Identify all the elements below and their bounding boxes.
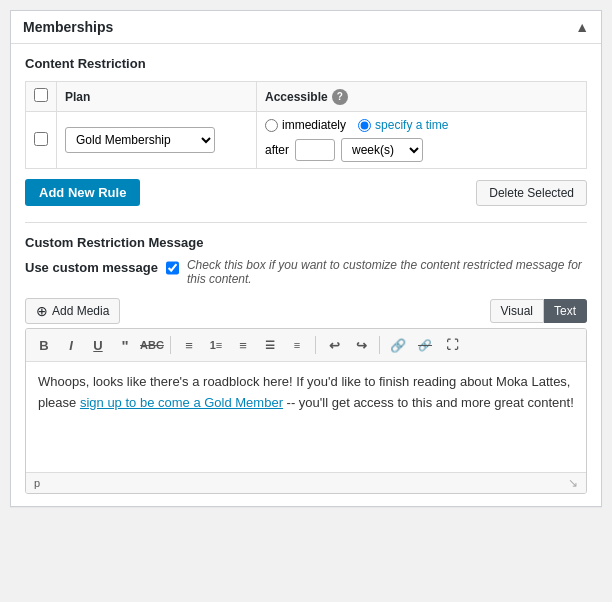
accessible-cell: immediately specify a time after 1 we [257, 112, 587, 169]
delete-selected-button[interactable]: Delete Selected [476, 180, 587, 206]
fullscreen-button[interactable]: ⛶ [440, 333, 464, 357]
align-center-button[interactable]: ☰ [258, 333, 282, 357]
custom-msg-row: Use custom message Check this box if you… [25, 258, 587, 286]
separator-3 [379, 336, 380, 354]
add-new-rule-button[interactable]: Add New Rule [25, 179, 140, 206]
editor-toolbar-top: ⊕ Add Media Visual Text [25, 298, 587, 324]
unlink-button[interactable]: 🔗 [413, 333, 437, 357]
bold-button[interactable]: B [32, 333, 56, 357]
link-button[interactable]: 🔗 [386, 333, 410, 357]
editor-wrapper: B I U " ABC ≡ 1≡ ≡ ☰ ≡ ↩ ↪ 🔗 🔗 ⛶ Who [25, 328, 587, 494]
editor-text-after: -- you'll get access to this and more gr… [283, 395, 574, 410]
panel-title: Memberships [23, 19, 113, 35]
italic-button[interactable]: I [59, 333, 83, 357]
panel-header: Memberships ▲ [11, 11, 601, 44]
memberships-panel: Memberships ▲ Content Restriction Plan A… [10, 10, 602, 507]
add-media-icon: ⊕ [36, 303, 48, 319]
section-divider [25, 222, 587, 223]
resize-handle[interactable]: ↘ [568, 476, 578, 490]
align-left-button[interactable]: ≡ [231, 333, 255, 357]
redo-button[interactable]: ↪ [349, 333, 373, 357]
header-plan: Plan [57, 82, 257, 112]
radio-specify[interactable] [358, 119, 371, 132]
align-right-button[interactable]: ≡ [285, 333, 309, 357]
plan-cell: Gold Membership [57, 112, 257, 169]
rules-table: Plan Accessible ? [25, 81, 587, 169]
separator-1 [170, 336, 171, 354]
action-btn-row: Add New Rule Delete Selected [25, 179, 587, 206]
collapse-icon[interactable]: ▲ [575, 19, 589, 35]
use-custom-message-checkbox[interactable] [166, 261, 179, 275]
after-value-input[interactable]: 1 [295, 139, 335, 161]
view-tabs: Visual Text [490, 299, 587, 323]
row-checkbox-cell [26, 112, 57, 169]
editor-tag: p [34, 477, 40, 489]
undo-button[interactable]: ↩ [322, 333, 346, 357]
header-accessible: Accessible ? [257, 82, 587, 112]
week-select[interactable]: week(s) day(s) month(s) [341, 138, 423, 162]
custom-restriction-title: Custom Restriction Message [25, 235, 587, 250]
radio-immediately-label[interactable]: immediately [265, 118, 346, 132]
radio-specify-label[interactable]: specify a time [358, 118, 448, 132]
panel-body: Content Restriction Plan Accessible ? [11, 44, 601, 506]
custom-msg-hint: Check this box if you want to customize … [187, 258, 587, 286]
editor-footer: p ↘ [26, 472, 586, 493]
tab-text[interactable]: Text [544, 299, 587, 323]
tab-visual[interactable]: Visual [490, 299, 544, 323]
separator-2 [315, 336, 316, 354]
table-row: Gold Membership immediately specify a ti… [26, 112, 587, 169]
add-media-button[interactable]: ⊕ Add Media [25, 298, 120, 324]
underline-button[interactable]: U [86, 333, 110, 357]
ordered-list-button[interactable]: 1≡ [204, 333, 228, 357]
strikethrough-button[interactable]: ABC [140, 333, 164, 357]
blockquote-button[interactable]: " [113, 333, 137, 357]
unordered-list-button[interactable]: ≡ [177, 333, 201, 357]
header-checkbox-col [26, 82, 57, 112]
content-restriction-title: Content Restriction [25, 56, 587, 71]
row-checkbox[interactable] [34, 132, 48, 146]
editor-content[interactable]: Whoops, looks like there's a roadblock h… [26, 362, 586, 472]
editor-format-bar: B I U " ABC ≡ 1≡ ≡ ☰ ≡ ↩ ↪ 🔗 🔗 ⛶ [26, 329, 586, 362]
plan-select[interactable]: Gold Membership [65, 127, 215, 153]
custom-msg-label: Use custom message [25, 258, 158, 275]
editor-link[interactable]: sign up to be come a Gold Member [80, 395, 283, 410]
help-icon[interactable]: ? [332, 89, 348, 105]
select-all-checkbox[interactable] [34, 88, 48, 102]
radio-immediately[interactable] [265, 119, 278, 132]
